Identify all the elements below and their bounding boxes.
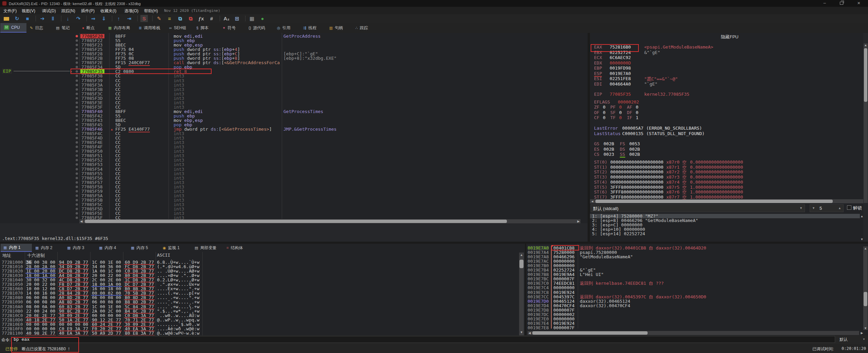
disasm-row[interactable]: 77085F208BFFmov edi,ediGetProcAddress: [0, 34, 588, 38]
scroll-left-arrow[interactable]: ◀: [590, 200, 594, 203]
tab-log[interactable]: ✎日志: [26, 23, 53, 33]
disasm-row[interactable]: 77085F438BECmov ebp,esp: [0, 118, 588, 123]
scroll-up-arrow[interactable]: ▲: [863, 247, 868, 250]
row-dot[interactable]: [76, 61, 78, 64]
fx-icon[interactable]: ƒx: [197, 15, 205, 22]
dump-tab[interactable]: ▤局部变量: [192, 244, 223, 252]
row-dot[interactable]: [76, 53, 78, 55]
menu-item[interactable]: 调试(D): [42, 8, 56, 14]
argument-row[interactable]: 5: [esp+14] 02252724: [590, 231, 860, 236]
dump-row[interactable]: 772B10F000000000C0E93A77F0202E7740EA3A77…: [0, 327, 525, 331]
scroll-left-arrow[interactable]: ◀: [528, 331, 532, 335]
stack-row[interactable]: 0019E7C400000000: [526, 285, 868, 290]
dump-row[interactable]: 772B108006000800A08D2B7706000800B08D2B77…: [0, 295, 525, 300]
row-dot[interactable]: [76, 106, 78, 108]
row-dot[interactable]: [76, 119, 78, 122]
disasm-row[interactable]: 77085F2255push ebp: [0, 38, 588, 43]
text-icon[interactable]: A₂: [223, 15, 230, 22]
disasm-row[interactable]: 77085F57CCint3: [0, 180, 588, 185]
row-dot[interactable]: [76, 48, 78, 51]
dump-row[interactable]: 772B10701400160028842B7700000200705B2B77…: [0, 291, 525, 295]
calling-convention-select[interactable]: 默认 (stdcall)▼: [591, 204, 805, 212]
calc-icon[interactable]: ⊞: [233, 15, 241, 22]
step-out-icon[interactable]: ⇓: [100, 15, 107, 22]
stack-pane[interactable]: 0019E7A000401CB8返回到 daxxor(32).00401CB8 …: [526, 244, 868, 335]
stack-row[interactable]: 0019E7A475280000psapi.75280000: [526, 250, 868, 255]
stack-row[interactable]: 0019E7D400470CF4daxxor(32).00470CF4: [526, 303, 868, 308]
dump-row[interactable]: 772B10E0000000000000000060242E7730092E77…: [0, 322, 525, 327]
row-dot[interactable]: [76, 44, 78, 46]
unlock-checkbox[interactable]: [847, 205, 851, 210]
menu-item[interactable]: 帮助(H): [144, 8, 158, 14]
patches-icon[interactable]: ≡: [166, 15, 173, 22]
row-dot[interactable]: [76, 137, 78, 139]
dump-tab[interactable]: ▦内存 3: [64, 244, 96, 252]
tab-references[interactable]: ◎引用: [274, 23, 300, 33]
scroll-down-arrow[interactable]: ▼: [863, 327, 868, 330]
row-dot[interactable]: [76, 194, 78, 197]
row-dot[interactable]: [76, 57, 78, 59]
dump-tab[interactable]: ▦内存 1: [1, 244, 32, 252]
registers-pane[interactable]: 隐藏FPUEAX752816B0<psapi.GetModuleBaseName…: [590, 33, 863, 204]
dump-row[interactable]: 772B10D040182E77501A2E7790122E7770712E77…: [0, 318, 525, 322]
args-scroll-up[interactable]: ▲: [860, 215, 864, 218]
row-dot[interactable]: [76, 150, 78, 152]
disasm-row[interactable]: 77085F455Dpop ebp: [0, 123, 588, 127]
disasm-row[interactable]: 77085F59CCint3: [0, 189, 588, 193]
open-file-icon[interactable]: [3, 15, 10, 22]
disasm-row[interactable]: 77085F52CCint3: [0, 158, 588, 162]
scroll-left-arrow[interactable]: ◀: [79, 220, 83, 223]
disasm-row[interactable]: 77085F28FF75 0Cpush dword ptr ss:[ebp+C]…: [0, 52, 588, 56]
stack-row[interactable]: 0019E7B402252724&"`gE": [526, 268, 868, 272]
disasm-row[interactable]: 77085F4ECCint3: [0, 140, 588, 145]
scroll-up-arrow[interactable]: ▲: [864, 43, 868, 47]
breakpoint-dot[interactable]: [76, 35, 78, 37]
tab-source[interactable]: {}源代码: [245, 23, 274, 33]
disasm-row[interactable]: 77085F5DCCint3: [0, 207, 588, 211]
stack-row[interactable]: 0019E7B80019E9A4L"Hei UI": [526, 272, 868, 277]
dump-row[interactable]: 772B101028002A0034D92B7734003600FCD82B77…: [0, 264, 525, 269]
stack-row[interactable]: 0019E7BC0000007F: [526, 277, 868, 281]
disasm-row[interactable]: 77085F2BFF75 08push dword ptr ss:[ebp+8]…: [0, 56, 588, 60]
row-dot[interactable]: [76, 154, 78, 157]
tab-breakpoints[interactable]: ●断点: [79, 23, 105, 33]
dump-row[interactable]: 772B10A008000A0060832B771C001E005C842B77…: [0, 304, 525, 309]
dump-tab[interactable]: ▦内存 4: [96, 244, 127, 252]
dump-row[interactable]: 772B103018001A00A4D82B772000220080D82B77…: [0, 273, 525, 278]
row-dot[interactable]: [76, 93, 78, 95]
minimize-button[interactable]: –: [818, 0, 831, 6]
disasm-row[interactable]: 77085F3CCCint3: [0, 92, 588, 96]
row-dot[interactable]: [76, 146, 78, 148]
disasm-row[interactable]: 77085F3ACCint3: [0, 83, 588, 87]
row-dot[interactable]: [76, 163, 78, 166]
row-dot[interactable]: [76, 203, 78, 206]
menu-item[interactable]: 跟踪(N): [61, 8, 75, 14]
row-dot[interactable]: [76, 66, 78, 68]
disasm-row[interactable]: 77085F2EFF15 240C0F77call dword ptr ds:[…: [0, 60, 588, 65]
menu-item[interactable]: 插件(P): [81, 8, 95, 14]
row-dot[interactable]: [76, 39, 78, 42]
run-to-user-icon[interactable]: ⇒: [90, 15, 97, 22]
disasm-row[interactable]: 77085F3ECCint3: [0, 100, 588, 105]
tab-memory-map[interactable]: ▦内存布局: [105, 23, 135, 33]
globe-icon[interactable]: ●: [259, 15, 266, 22]
dump-tab[interactable]: ⌗结构体: [224, 244, 253, 252]
disasm-row[interactable]: 77085F39CCint3: [0, 78, 588, 83]
disasm-row[interactable]: 77085F238BECmov ebp,esp: [0, 43, 588, 47]
row-dot[interactable]: [76, 208, 78, 210]
tab-cpu[interactable]: 32CPU: [0, 23, 26, 33]
memory-icon[interactable]: ⧉: [176, 15, 184, 22]
stack-vscrollbar[interactable]: [863, 246, 868, 330]
disasm-row[interactable]: 77085F3FCCint3: [0, 105, 588, 109]
stack-row[interactable]: 0019E7CC0045397C返回到 daxxor(32).0045397C …: [526, 295, 868, 299]
arg-count-spinner[interactable]: ▼5▲: [810, 204, 844, 212]
stack-row[interactable]: 0019E7D80000007F: [526, 308, 868, 312]
compare-icon[interactable]: ⧉: [187, 15, 194, 22]
stack-vscroll-thumb[interactable]: [864, 292, 867, 306]
dump-row[interactable]: 772B109006000800A88D2B7706000800B88D2B77…: [0, 300, 525, 304]
scroll-up-arrow[interactable]: ▲: [519, 253, 524, 257]
dump-row[interactable]: 772B1040300032004CD82B772C002E001CD82B77…: [0, 278, 525, 282]
tab-trace[interactable]: ∴跟踪: [352, 23, 378, 33]
stop-icon[interactable]: ■: [24, 15, 31, 22]
splitter[interactable]: [0, 242, 868, 244]
